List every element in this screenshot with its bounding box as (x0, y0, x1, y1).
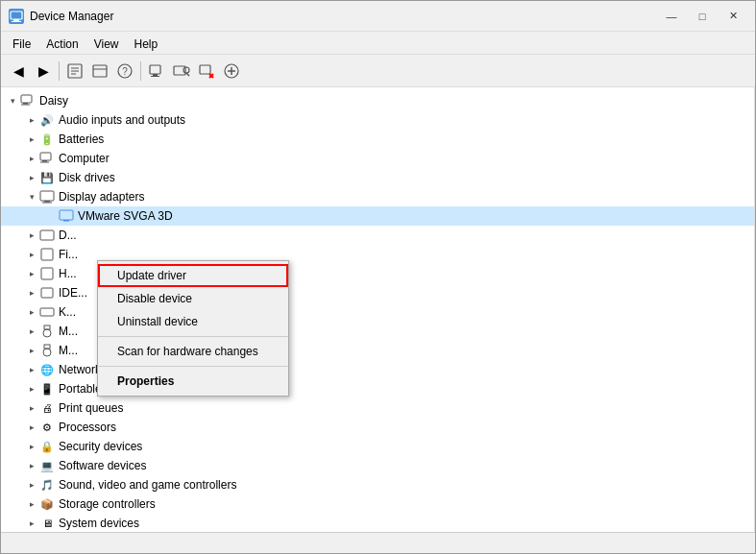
fi-label: Fi... (59, 248, 78, 261)
display-expand-arrow[interactable] (24, 189, 39, 205)
svg-rect-12 (153, 74, 158, 76)
svg-rect-11 (150, 65, 160, 74)
k-expand-arrow[interactable] (24, 304, 39, 320)
k-label: K... (59, 305, 76, 319)
root-expand-arrow[interactable] (5, 93, 20, 108)
tree-item-batteries[interactable]: Batteries (1, 130, 754, 149)
tree-item-computer[interactable]: Computer (1, 149, 754, 168)
svg-rect-29 (40, 191, 54, 201)
print-label: Print queues (59, 401, 123, 415)
toolbar: ◀ ▶ ? (1, 55, 755, 87)
audio-expand-arrow[interactable] (24, 112, 39, 128)
m1-expand-arrow[interactable] (24, 324, 39, 339)
uninstall-button[interactable] (195, 60, 218, 83)
tree-item-vmware[interactable]: VMware SVGA 3D (1, 206, 754, 226)
context-menu-properties[interactable]: Properties (98, 370, 288, 393)
svg-rect-17 (200, 65, 210, 74)
print-expand-arrow[interactable] (24, 400, 39, 416)
svg-rect-31 (42, 203, 52, 204)
help-button[interactable]: ? (113, 60, 136, 83)
properties-button[interactable] (63, 60, 86, 83)
svg-rect-23 (21, 95, 32, 103)
title-bar: Device Manager — □ ✕ (1, 1, 755, 32)
sound-icon (39, 477, 55, 493)
tree-item-system[interactable]: System devices (1, 514, 754, 532)
k-icon (39, 304, 55, 320)
svg-rect-1 (13, 19, 19, 21)
svg-point-15 (183, 67, 189, 73)
ide-expand-arrow[interactable] (24, 285, 39, 301)
tree-item-storage[interactable]: Storage controllers (1, 494, 754, 514)
storage-expand-arrow[interactable] (24, 496, 39, 512)
proc-expand-arrow[interactable] (24, 420, 39, 435)
scan-button[interactable] (145, 60, 168, 83)
tree-item-audio[interactable]: Audio inputs and outputs (1, 110, 754, 130)
svg-point-39 (43, 329, 51, 337)
vmware-icon (59, 208, 74, 224)
tree-root[interactable]: Daisy (1, 91, 754, 110)
computer-expand-arrow[interactable] (24, 151, 39, 166)
svg-rect-27 (42, 160, 47, 162)
menu-action[interactable]: Action (38, 34, 85, 52)
context-menu-uninstall[interactable]: Uninstall device (98, 310, 288, 333)
device-tree[interactable]: Daisy Audio inputs and outputs Batteries (1, 87, 755, 532)
tree-item-display[interactable]: Display adapters (1, 187, 754, 206)
sound-label: Sound, video and game controllers (59, 478, 236, 492)
minimize-button[interactable]: — (657, 6, 686, 27)
svg-rect-37 (41, 288, 53, 298)
svg-rect-40 (44, 325, 50, 329)
maximize-button[interactable]: □ (688, 6, 717, 27)
fi-expand-arrow[interactable] (24, 247, 39, 262)
update-driver-button[interactable] (170, 60, 193, 83)
disk-label: Disk drives (59, 171, 115, 184)
batteries-expand-arrow[interactable] (24, 132, 39, 147)
svg-rect-32 (60, 210, 73, 220)
tree-item-software[interactable]: Software devices (1, 456, 754, 475)
m2-expand-arrow[interactable] (24, 343, 39, 358)
vmware-expand-arrow (43, 208, 59, 224)
view-button[interactable] (88, 60, 111, 83)
portable-expand-arrow[interactable] (24, 381, 39, 397)
h-expand-arrow[interactable] (24, 266, 39, 281)
context-menu-scan[interactable]: Scan for hardware changes (98, 340, 288, 363)
security-expand-arrow[interactable] (24, 439, 39, 454)
back-button[interactable]: ◀ (7, 60, 30, 83)
context-menu-update-driver[interactable]: Update driver (98, 264, 288, 287)
security-icon (39, 439, 55, 454)
menu-view[interactable]: View (86, 34, 127, 52)
computer-icon (20, 93, 36, 108)
system-expand-arrow[interactable] (24, 516, 39, 531)
tree-item-sound[interactable]: Sound, video and game controllers (1, 475, 754, 494)
m1-icon (39, 324, 55, 339)
computer-node-icon (39, 151, 55, 166)
tree-item-d[interactable]: D... (1, 226, 754, 245)
close-button[interactable]: ✕ (719, 6, 747, 27)
sound-expand-arrow[interactable] (24, 477, 39, 493)
svg-rect-26 (40, 153, 51, 160)
context-menu-sep-1 (98, 336, 288, 337)
d-label: D... (59, 229, 77, 242)
d-expand-arrow[interactable] (24, 228, 39, 243)
svg-rect-24 (23, 103, 28, 105)
disk-expand-arrow[interactable] (24, 170, 39, 185)
add-device-button[interactable] (220, 60, 243, 83)
audio-icon (39, 112, 55, 128)
tree-item-disk[interactable]: Disk drives (1, 168, 754, 187)
menu-file[interactable]: File (5, 34, 38, 52)
software-icon (39, 458, 55, 473)
status-bar (1, 532, 755, 553)
svg-rect-28 (40, 162, 49, 163)
software-expand-arrow[interactable] (24, 458, 39, 473)
tree-item-proc[interactable]: Processors (1, 418, 754, 437)
context-menu-disable[interactable]: Disable device (98, 287, 288, 310)
forward-button[interactable]: ▶ (32, 60, 55, 83)
tree-item-print[interactable]: Print queues (1, 398, 754, 418)
m1-label: M... (59, 325, 78, 338)
network-icon (39, 362, 55, 377)
network-expand-arrow[interactable] (24, 362, 39, 377)
menu-help[interactable]: Help (127, 34, 166, 52)
tree-item-security[interactable]: Security devices (1, 437, 754, 456)
svg-rect-36 (41, 268, 53, 279)
menu-bar: File Action View Help (1, 32, 755, 55)
security-label: Security devices (59, 440, 142, 453)
